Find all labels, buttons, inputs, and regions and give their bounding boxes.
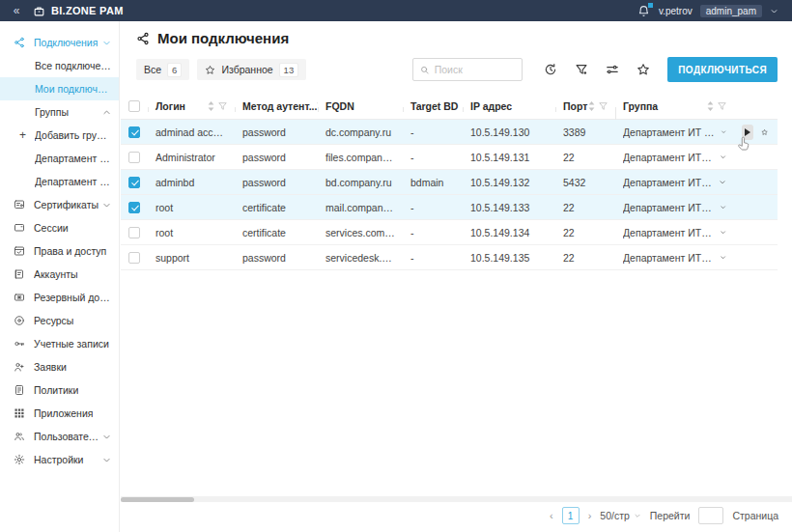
- filter-icon[interactable]: [218, 102, 227, 110]
- sidebar-item-applications[interactable]: Приложения: [0, 402, 119, 425]
- prev-page-icon[interactable]: ‹: [550, 510, 553, 521]
- sidebar-collapse-icon[interactable]: «: [0, 4, 33, 17]
- table-row[interactable]: root certificate mail.company.ru - 10.5.…: [121, 195, 778, 220]
- brand-name: BI.ZONE PAM: [51, 5, 124, 16]
- certificate-icon: [14, 199, 26, 211]
- column-header-fqdn[interactable]: FQDN: [318, 100, 403, 112]
- filter-tab-favorites[interactable]: Избранное 13: [197, 59, 306, 80]
- table-row[interactable]: adminad account password dc.company.ru -…: [121, 120, 778, 145]
- sliders-icon[interactable]: [606, 63, 619, 76]
- sidebar-item-certificates[interactable]: Сертификаты: [0, 193, 119, 216]
- filter-funnel-icon[interactable]: [575, 63, 588, 76]
- next-page-icon[interactable]: ›: [588, 510, 592, 521]
- column-header-group[interactable]: Группа: [615, 100, 734, 112]
- filter-icon[interactable]: [718, 102, 726, 110]
- table-row[interactable]: support password servicedesk.company.ru …: [121, 245, 778, 270]
- table-row[interactable]: root certificate services.company.ru - 1…: [121, 220, 778, 245]
- group-cell[interactable]: Департамент ИТ - Linux: [615, 227, 734, 238]
- notifications-bell-icon[interactable]: [637, 4, 651, 17]
- sidebar-item-policies[interactable]: Политики: [0, 378, 119, 402]
- sidebar: Подключения Все подключения Мои подключе…: [0, 21, 120, 532]
- chevron-down-icon: [102, 456, 111, 464]
- row-checkbox[interactable]: [128, 126, 140, 138]
- page-title: Мои подключения: [157, 30, 289, 46]
- play-connect-button[interactable]: [742, 125, 753, 140]
- notification-badge: [648, 3, 653, 8]
- column-header-auth-method[interactable]: Метод аутент...: [235, 100, 318, 112]
- row-checkbox[interactable]: [128, 152, 140, 163]
- favorites-count-badge: 13: [279, 63, 299, 77]
- favorites-star-icon[interactable]: [636, 63, 650, 76]
- sidebar-item-add-group[interactable]: + Добавить группу: [0, 124, 119, 147]
- sidebar-item-users-groups[interactable]: Пользователи и гр...: [0, 425, 119, 448]
- backup-access-icon: [14, 292, 26, 304]
- sidebar-item-sessions[interactable]: Сессии: [0, 216, 119, 239]
- sidebar-item-credentials[interactable]: Учетные записи: [0, 332, 119, 355]
- current-page[interactable]: 1: [562, 507, 580, 524]
- sidebar-item-rights-access[interactable]: Права и доступ: [0, 239, 119, 263]
- chevron-down-icon: [720, 228, 726, 237]
- sidebar-item-accounts[interactable]: Аккаунты: [0, 263, 119, 286]
- chevron-down-icon: [720, 253, 726, 262]
- sidebar-item-settings[interactable]: Настройки: [0, 448, 119, 471]
- resources-icon: [14, 315, 26, 327]
- connections-icon: [14, 37, 26, 49]
- star-icon: [205, 65, 215, 75]
- scrollbar-thumb[interactable]: [121, 497, 194, 502]
- sidebar-item-group-it-linux[interactable]: Департамент ИТ - Linux: [0, 170, 119, 193]
- group-cell[interactable]: Департамент ИТ - Windows: [615, 126, 734, 138]
- sidebar-item-groups[interactable]: Группы: [0, 100, 119, 124]
- key-icon: [14, 338, 26, 350]
- table-row[interactable]: adminbd password bd.company.ru bdmain 10…: [121, 170, 778, 195]
- user-role-badge: admin_pam: [700, 5, 762, 17]
- column-header-login[interactable]: Логин: [148, 100, 235, 112]
- row-checkbox[interactable]: [128, 227, 140, 238]
- gear-icon: [14, 454, 26, 466]
- chevron-down-icon: [102, 433, 111, 441]
- search-box[interactable]: [412, 58, 523, 81]
- chevron-down-icon: [719, 178, 726, 186]
- top-bar: « BI.ZONE PAM v.petrov admin_pam: [0, 0, 792, 21]
- select-all-checkbox[interactable]: [128, 100, 140, 112]
- sort-icon[interactable]: [208, 101, 214, 111]
- sidebar-item-connections[interactable]: Подключения: [0, 31, 119, 54]
- sidebar-item-requests[interactable]: Заявки: [0, 355, 119, 378]
- group-cell[interactable]: Департамент ИТ - Linux: [615, 252, 734, 264]
- row-favorite-star-icon[interactable]: [761, 126, 768, 138]
- column-header-ip[interactable]: IP адрес: [463, 100, 555, 112]
- chevron-down-icon: [720, 203, 726, 211]
- sidebar-item-backup-access[interactable]: Резервный доступ: [0, 286, 119, 309]
- sidebar-item-my-connections[interactable]: Мои подключения: [0, 77, 119, 100]
- group-cell[interactable]: Департамент ИТ - Linux: [615, 202, 734, 213]
- search-icon: [420, 65, 429, 75]
- column-header-port[interactable]: Порт: [555, 100, 615, 112]
- toolbar: Все 6 Избранное 13: [136, 56, 778, 83]
- horizontal-scrollbar[interactable]: [121, 496, 792, 502]
- column-header-target-bd[interactable]: Target BD: [403, 100, 463, 112]
- connections-icon: [136, 32, 150, 45]
- goto-page-input[interactable]: [698, 507, 723, 524]
- row-checkbox[interactable]: [128, 252, 140, 264]
- group-cell[interactable]: Департамент ИТ - Linux: [615, 152, 734, 163]
- pagination: ‹ 1 › 50/стр Перейти Страница: [550, 507, 778, 524]
- table-row[interactable]: Administrator password files.company.ru …: [121, 145, 778, 170]
- filter-icon[interactable]: [599, 102, 608, 110]
- sort-icon[interactable]: [588, 101, 595, 111]
- main-content: Мои подключения Все 6 Избранное 13: [121, 21, 792, 532]
- row-checkbox[interactable]: [128, 202, 140, 213]
- sidebar-item-all-connections[interactable]: Все подключения: [0, 54, 119, 77]
- apps-grid-icon: [14, 407, 26, 420]
- connect-button[interactable]: ПОДКЛЮЧИТЬСЯ: [667, 57, 778, 82]
- table-header-row: Логин Метод аутент... FQDN Target BD IP …: [121, 94, 778, 120]
- history-icon[interactable]: [544, 63, 557, 76]
- page-size-select[interactable]: 50/стр: [600, 510, 641, 521]
- user-menu-chevron-icon[interactable]: [770, 7, 778, 15]
- sidebar-item-group-it-windows[interactable]: Департамент ИТ - Wind...: [0, 147, 119, 170]
- row-checkbox[interactable]: [128, 177, 140, 188]
- sidebar-item-resources[interactable]: Ресурсы: [0, 309, 119, 332]
- search-input[interactable]: [435, 64, 516, 75]
- filter-tab-all[interactable]: Все 6: [136, 59, 189, 80]
- policy-document-icon: [14, 384, 26, 397]
- group-cell[interactable]: Департамент ИТ - БД: [615, 177, 734, 188]
- sort-icon[interactable]: [707, 101, 714, 111]
